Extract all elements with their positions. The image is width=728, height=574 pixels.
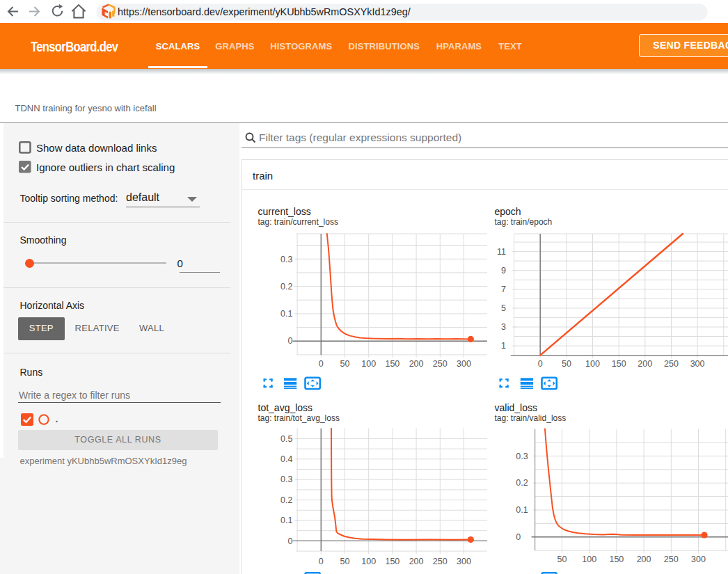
svg-text:9: 9: [501, 266, 506, 276]
svg-text:0.2: 0.2: [280, 495, 292, 505]
svg-text:0.3: 0.3: [280, 475, 292, 484]
svg-text:1: 1: [501, 341, 506, 351]
svg-text:300: 300: [457, 557, 471, 566]
svg-text:200: 200: [409, 557, 424, 566]
svg-text:150: 150: [609, 555, 624, 564]
svg-text:200: 200: [638, 359, 652, 369]
svg-text:0.2: 0.2: [280, 282, 292, 292]
svg-text:100: 100: [585, 359, 600, 369]
svg-text:0: 0: [538, 359, 543, 369]
svg-text:100: 100: [582, 555, 596, 564]
svg-text:100: 100: [361, 359, 376, 369]
svg-text:0: 0: [516, 532, 521, 542]
svg-text:50: 50: [340, 359, 350, 369]
svg-text:150: 150: [385, 359, 399, 369]
svg-text:300: 300: [691, 555, 706, 564]
svg-text:250: 250: [664, 359, 679, 369]
svg-text:300: 300: [690, 359, 705, 369]
svg-text:0.1: 0.1: [516, 505, 528, 515]
svg-text:0.3: 0.3: [516, 452, 528, 461]
svg-text:250: 250: [664, 555, 679, 564]
svg-text:11: 11: [497, 247, 506, 257]
svg-text:0: 0: [288, 536, 293, 546]
svg-text:0.1: 0.1: [280, 309, 292, 319]
svg-text:150: 150: [612, 359, 626, 369]
svg-text:0.1: 0.1: [280, 516, 292, 525]
svg-text:150: 150: [385, 557, 399, 566]
svg-text:50: 50: [557, 555, 567, 564]
svg-text:50: 50: [562, 359, 571, 369]
svg-text:250: 250: [433, 557, 448, 566]
svg-text:0.2: 0.2: [516, 478, 528, 488]
svg-text:5: 5: [501, 303, 506, 313]
svg-text:200: 200: [409, 359, 424, 369]
svg-text:0.5: 0.5: [280, 434, 292, 444]
svg-text:250: 250: [433, 359, 448, 369]
svg-text:0: 0: [288, 336, 293, 346]
svg-text:100: 100: [361, 557, 376, 566]
svg-text:0: 0: [319, 557, 324, 566]
svg-text:7: 7: [501, 285, 506, 294]
svg-text:0.3: 0.3: [280, 255, 292, 264]
svg-text:0: 0: [319, 359, 324, 369]
svg-text:0.4: 0.4: [280, 454, 292, 464]
svg-text:200: 200: [637, 555, 651, 564]
svg-text:300: 300: [457, 359, 471, 369]
svg-text:3: 3: [501, 322, 506, 332]
svg-text:50: 50: [340, 557, 350, 566]
